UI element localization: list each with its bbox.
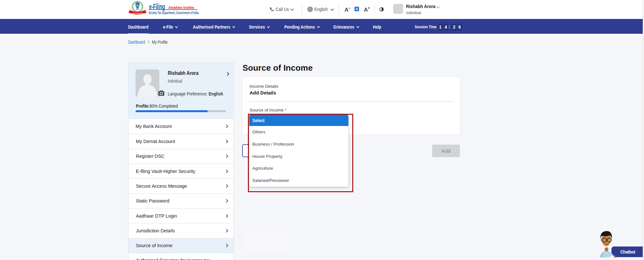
svg-text:INCOME TAX DEPARTMENT: INCOME TAX DEPARTMENT (130, 13, 145, 14)
